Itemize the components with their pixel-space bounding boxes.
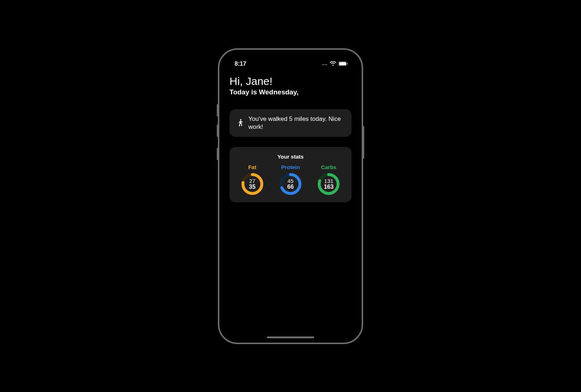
stats-row: Fat2735Protein4566Carbs131163	[233, 164, 348, 196]
stat-current: 45	[288, 178, 294, 184]
phone-device-frame: 8:17 .... Hi, Jane! Tod	[218, 48, 363, 344]
activity-notification-card[interactable]: You've walked 5 miles today. Nice work!	[229, 109, 352, 137]
stat-label: Protein	[281, 164, 300, 170]
battery-icon	[338, 61, 348, 66]
phone-screen: 8:17 .... Hi, Jane! Tod	[224, 54, 357, 338]
stat-ring: 2735	[241, 172, 264, 196]
greeting-text: Hi, Jane!	[229, 75, 352, 88]
stat-item[interactable]: Carbs131163	[310, 164, 348, 196]
stat-ring: 131163	[317, 172, 340, 196]
stat-label: Carbs	[321, 164, 337, 170]
svg-rect-1	[339, 62, 346, 65]
stat-ring: 4566	[279, 172, 302, 196]
svg-rect-2	[347, 63, 348, 65]
stats-card[interactable]: Your stats Fat2735Protein4566Carbs131163	[229, 147, 352, 202]
stat-item[interactable]: Fat2735	[233, 164, 271, 196]
stat-label: Fat	[248, 164, 256, 170]
stats-title: Your stats	[233, 154, 348, 160]
status-indicators: ....	[322, 61, 348, 66]
stat-current: 27	[249, 178, 255, 184]
status-time: 8:17	[235, 61, 246, 67]
stat-target: 35	[249, 184, 256, 190]
home-content: Hi, Jane! Today is Wednesday, You've wal…	[224, 69, 357, 203]
activity-notification-text: You've walked 5 miles today. Nice work!	[248, 115, 345, 131]
walking-icon	[236, 119, 244, 127]
svg-point-3	[240, 119, 241, 121]
stat-target: 163	[324, 184, 334, 190]
today-text: Today is Wednesday,	[229, 88, 352, 96]
stat-target: 66	[287, 184, 294, 190]
cellular-signal-icon: ....	[322, 62, 328, 66]
home-indicator[interactable]	[267, 336, 314, 338]
status-bar: 8:17 ....	[224, 54, 357, 69]
stat-current: 131	[324, 178, 333, 184]
stat-item[interactable]: Protein4566	[272, 164, 309, 196]
wifi-icon	[330, 61, 336, 66]
